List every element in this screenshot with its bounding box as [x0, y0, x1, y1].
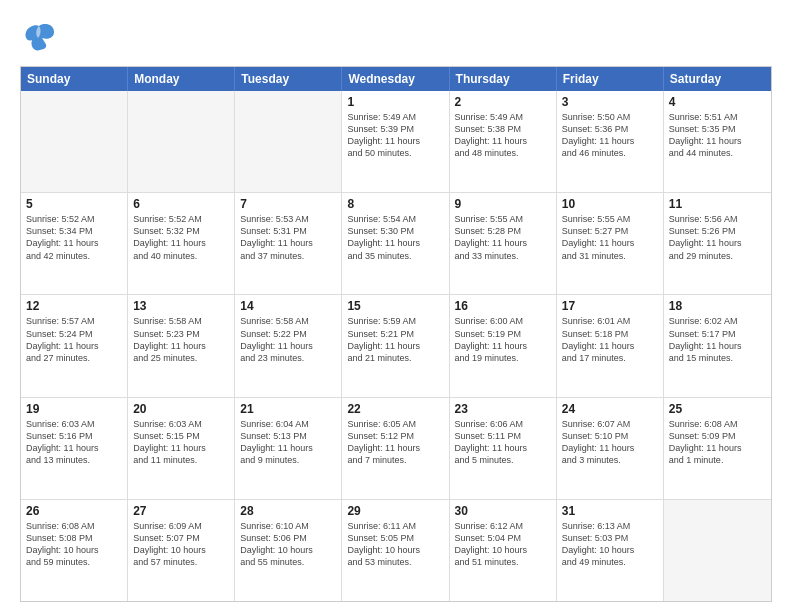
- calendar-row-3: 19Sunrise: 6:03 AMSunset: 5:16 PMDayligh…: [21, 398, 771, 500]
- calendar-cell-24: 24Sunrise: 6:07 AMSunset: 5:10 PMDayligh…: [557, 398, 664, 499]
- calendar-cell-29: 29Sunrise: 6:11 AMSunset: 5:05 PMDayligh…: [342, 500, 449, 601]
- day-number: 29: [347, 504, 443, 518]
- day-number: 14: [240, 299, 336, 313]
- day-number: 8: [347, 197, 443, 211]
- calendar-cell-3: 3Sunrise: 5:50 AMSunset: 5:36 PMDaylight…: [557, 91, 664, 192]
- weekday-header-sunday: Sunday: [21, 67, 128, 91]
- day-info: Sunrise: 5:49 AMSunset: 5:38 PMDaylight:…: [455, 111, 551, 160]
- calendar-cell-27: 27Sunrise: 6:09 AMSunset: 5:07 PMDayligh…: [128, 500, 235, 601]
- calendar-cell-14: 14Sunrise: 5:58 AMSunset: 5:22 PMDayligh…: [235, 295, 342, 396]
- day-number: 23: [455, 402, 551, 416]
- calendar-cell-empty: [21, 91, 128, 192]
- weekday-header-tuesday: Tuesday: [235, 67, 342, 91]
- day-info: Sunrise: 6:08 AMSunset: 5:09 PMDaylight:…: [669, 418, 766, 467]
- day-number: 22: [347, 402, 443, 416]
- day-info: Sunrise: 6:08 AMSunset: 5:08 PMDaylight:…: [26, 520, 122, 569]
- day-info: Sunrise: 5:55 AMSunset: 5:28 PMDaylight:…: [455, 213, 551, 262]
- calendar-cell-20: 20Sunrise: 6:03 AMSunset: 5:15 PMDayligh…: [128, 398, 235, 499]
- day-number: 27: [133, 504, 229, 518]
- day-info: Sunrise: 6:11 AMSunset: 5:05 PMDaylight:…: [347, 520, 443, 569]
- calendar-cell-18: 18Sunrise: 6:02 AMSunset: 5:17 PMDayligh…: [664, 295, 771, 396]
- day-info: Sunrise: 5:52 AMSunset: 5:32 PMDaylight:…: [133, 213, 229, 262]
- calendar-cell-19: 19Sunrise: 6:03 AMSunset: 5:16 PMDayligh…: [21, 398, 128, 499]
- calendar-cell-13: 13Sunrise: 5:58 AMSunset: 5:23 PMDayligh…: [128, 295, 235, 396]
- day-info: Sunrise: 6:02 AMSunset: 5:17 PMDaylight:…: [669, 315, 766, 364]
- day-number: 19: [26, 402, 122, 416]
- day-info: Sunrise: 5:51 AMSunset: 5:35 PMDaylight:…: [669, 111, 766, 160]
- calendar-cell-16: 16Sunrise: 6:00 AMSunset: 5:19 PMDayligh…: [450, 295, 557, 396]
- calendar-cell-10: 10Sunrise: 5:55 AMSunset: 5:27 PMDayligh…: [557, 193, 664, 294]
- header: [20, 18, 772, 56]
- day-info: Sunrise: 5:52 AMSunset: 5:34 PMDaylight:…: [26, 213, 122, 262]
- day-info: Sunrise: 6:07 AMSunset: 5:10 PMDaylight:…: [562, 418, 658, 467]
- day-number: 4: [669, 95, 766, 109]
- calendar-cell-15: 15Sunrise: 5:59 AMSunset: 5:21 PMDayligh…: [342, 295, 449, 396]
- day-number: 2: [455, 95, 551, 109]
- day-info: Sunrise: 6:10 AMSunset: 5:06 PMDaylight:…: [240, 520, 336, 569]
- day-info: Sunrise: 5:57 AMSunset: 5:24 PMDaylight:…: [26, 315, 122, 364]
- day-number: 25: [669, 402, 766, 416]
- calendar-cell-4: 4Sunrise: 5:51 AMSunset: 5:35 PMDaylight…: [664, 91, 771, 192]
- calendar-cell-1: 1Sunrise: 5:49 AMSunset: 5:39 PMDaylight…: [342, 91, 449, 192]
- logo-icon: [20, 18, 58, 56]
- day-number: 28: [240, 504, 336, 518]
- day-number: 10: [562, 197, 658, 211]
- calendar-header: SundayMondayTuesdayWednesdayThursdayFrid…: [21, 67, 771, 91]
- weekday-header-monday: Monday: [128, 67, 235, 91]
- day-info: Sunrise: 5:49 AMSunset: 5:39 PMDaylight:…: [347, 111, 443, 160]
- day-info: Sunrise: 5:59 AMSunset: 5:21 PMDaylight:…: [347, 315, 443, 364]
- day-number: 1: [347, 95, 443, 109]
- calendar-cell-5: 5Sunrise: 5:52 AMSunset: 5:34 PMDaylight…: [21, 193, 128, 294]
- day-info: Sunrise: 6:09 AMSunset: 5:07 PMDaylight:…: [133, 520, 229, 569]
- day-number: 17: [562, 299, 658, 313]
- calendar-cell-25: 25Sunrise: 6:08 AMSunset: 5:09 PMDayligh…: [664, 398, 771, 499]
- day-number: 3: [562, 95, 658, 109]
- day-info: Sunrise: 6:03 AMSunset: 5:15 PMDaylight:…: [133, 418, 229, 467]
- calendar-cell-8: 8Sunrise: 5:54 AMSunset: 5:30 PMDaylight…: [342, 193, 449, 294]
- calendar-cell-7: 7Sunrise: 5:53 AMSunset: 5:31 PMDaylight…: [235, 193, 342, 294]
- day-number: 20: [133, 402, 229, 416]
- day-info: Sunrise: 5:56 AMSunset: 5:26 PMDaylight:…: [669, 213, 766, 262]
- calendar-cell-empty: [235, 91, 342, 192]
- calendar-row-4: 26Sunrise: 6:08 AMSunset: 5:08 PMDayligh…: [21, 500, 771, 601]
- calendar-cell-30: 30Sunrise: 6:12 AMSunset: 5:04 PMDayligh…: [450, 500, 557, 601]
- day-number: 18: [669, 299, 766, 313]
- calendar-cell-2: 2Sunrise: 5:49 AMSunset: 5:38 PMDaylight…: [450, 91, 557, 192]
- calendar-cell-12: 12Sunrise: 5:57 AMSunset: 5:24 PMDayligh…: [21, 295, 128, 396]
- day-info: Sunrise: 6:12 AMSunset: 5:04 PMDaylight:…: [455, 520, 551, 569]
- calendar-body: 1Sunrise: 5:49 AMSunset: 5:39 PMDaylight…: [21, 91, 771, 601]
- weekday-header-saturday: Saturday: [664, 67, 771, 91]
- calendar-cell-empty: [128, 91, 235, 192]
- calendar-cell-empty: [664, 500, 771, 601]
- day-info: Sunrise: 6:03 AMSunset: 5:16 PMDaylight:…: [26, 418, 122, 467]
- day-number: 12: [26, 299, 122, 313]
- day-number: 13: [133, 299, 229, 313]
- weekday-header-wednesday: Wednesday: [342, 67, 449, 91]
- calendar: SundayMondayTuesdayWednesdayThursdayFrid…: [20, 66, 772, 602]
- day-info: Sunrise: 5:50 AMSunset: 5:36 PMDaylight:…: [562, 111, 658, 160]
- day-number: 26: [26, 504, 122, 518]
- day-number: 6: [133, 197, 229, 211]
- calendar-cell-21: 21Sunrise: 6:04 AMSunset: 5:13 PMDayligh…: [235, 398, 342, 499]
- calendar-cell-31: 31Sunrise: 6:13 AMSunset: 5:03 PMDayligh…: [557, 500, 664, 601]
- day-number: 5: [26, 197, 122, 211]
- calendar-row-2: 12Sunrise: 5:57 AMSunset: 5:24 PMDayligh…: [21, 295, 771, 397]
- day-info: Sunrise: 5:53 AMSunset: 5:31 PMDaylight:…: [240, 213, 336, 262]
- day-info: Sunrise: 5:58 AMSunset: 5:23 PMDaylight:…: [133, 315, 229, 364]
- day-info: Sunrise: 6:06 AMSunset: 5:11 PMDaylight:…: [455, 418, 551, 467]
- calendar-row-0: 1Sunrise: 5:49 AMSunset: 5:39 PMDaylight…: [21, 91, 771, 193]
- day-info: Sunrise: 5:55 AMSunset: 5:27 PMDaylight:…: [562, 213, 658, 262]
- calendar-cell-6: 6Sunrise: 5:52 AMSunset: 5:32 PMDaylight…: [128, 193, 235, 294]
- calendar-cell-9: 9Sunrise: 5:55 AMSunset: 5:28 PMDaylight…: [450, 193, 557, 294]
- calendar-row-1: 5Sunrise: 5:52 AMSunset: 5:34 PMDaylight…: [21, 193, 771, 295]
- logo: [20, 18, 66, 56]
- calendar-cell-11: 11Sunrise: 5:56 AMSunset: 5:26 PMDayligh…: [664, 193, 771, 294]
- day-info: Sunrise: 6:00 AMSunset: 5:19 PMDaylight:…: [455, 315, 551, 364]
- day-number: 31: [562, 504, 658, 518]
- calendar-cell-28: 28Sunrise: 6:10 AMSunset: 5:06 PMDayligh…: [235, 500, 342, 601]
- calendar-cell-23: 23Sunrise: 6:06 AMSunset: 5:11 PMDayligh…: [450, 398, 557, 499]
- day-number: 15: [347, 299, 443, 313]
- day-info: Sunrise: 6:04 AMSunset: 5:13 PMDaylight:…: [240, 418, 336, 467]
- weekday-header-thursday: Thursday: [450, 67, 557, 91]
- day-info: Sunrise: 6:05 AMSunset: 5:12 PMDaylight:…: [347, 418, 443, 467]
